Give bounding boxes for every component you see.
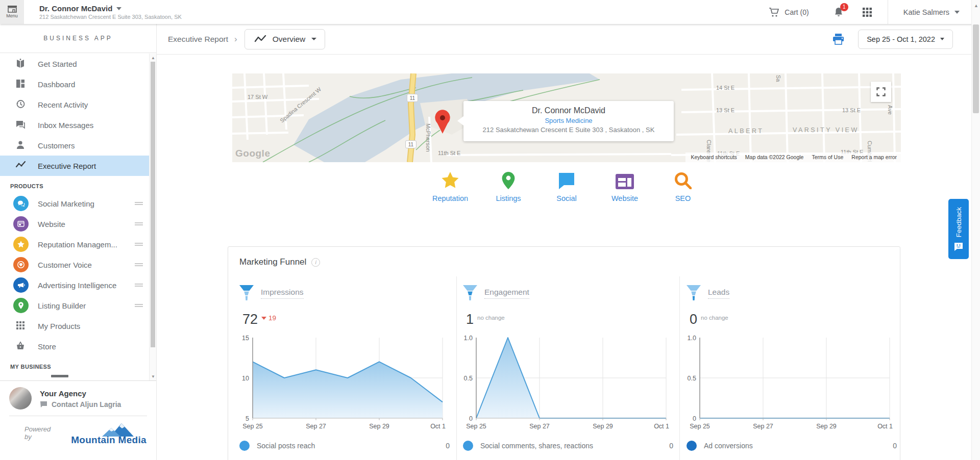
keyboard-shortcuts-link[interactable]: Keyboard shortcuts [691,154,737,160]
agency-brand-logo: Mountain Media [70,421,147,446]
metric-label[interactable]: Engagement [484,288,529,299]
drag-handle[interactable] [135,262,143,267]
drag-handle[interactable] [135,242,143,247]
sidebar-item-my-products[interactable]: My Products [0,316,149,336]
sidebar-item-listing-builder[interactable]: Listing Builder [0,295,149,316]
grid-dots-icon [15,320,27,331]
info-card-business-name: Dr. Connor McDavid [463,106,674,115]
chevron-down-icon [940,38,944,40]
svg-text:Oct 1: Oct 1 [654,423,669,430]
page-scrollbar[interactable]: ▲ [971,0,980,460]
info-icon[interactable]: i [311,258,320,267]
info-card-address: 212 Saskatchewan Crescent E Suite 303 , … [463,126,674,134]
user-menu[interactable]: Katie Salmers [888,8,980,16]
scrollbar-thumb[interactable] [151,62,155,347]
agency-brand-name: Mountain Media [71,435,146,446]
business-selector[interactable]: Dr. Connor McDavid 212 Saskatchewan Cres… [39,4,182,20]
sidebar-item-reputation-management[interactable]: Reputation Managem... [0,234,149,254]
feedback-tab[interactable]: Feedback [948,199,969,259]
apps-grid-icon [862,7,872,17]
chevron-right-icon: › [234,34,237,44]
view-selector-button[interactable]: Overview [244,29,326,49]
svg-text:Sep 29: Sep 29 [369,423,389,430]
book-icon [15,58,27,69]
column-divider [679,276,680,460]
sidebar-item-get-started[interactable]: Get Started [0,54,149,74]
scroll-up-arrow[interactable]: ▲ [150,54,157,61]
terms-of-use-link[interactable]: Terms of Use [812,154,843,160]
scrollbar-thumb[interactable] [973,24,979,113]
sidebar-nav: Get Started Dashboard Recent Activity In… [0,54,149,380]
apps-grid-button[interactable] [862,7,872,17]
fullscreen-button[interactable] [871,82,891,102]
metric-label[interactable]: Impressions [261,288,304,299]
tab-website[interactable]: Website [605,172,645,202]
down-arrow-icon [261,317,266,320]
sidebar-item-customer-voice[interactable]: Customer Voice [0,254,149,275]
svg-text:Oct 1: Oct 1 [877,423,893,430]
google-logo: Google [235,148,270,159]
tab-seo[interactable]: SEO [663,172,703,202]
map-pin-icon [13,298,29,313]
column-divider [456,276,457,460]
basket-icon [15,341,27,352]
sidebar-item-inbox-messages[interactable]: Inbox Messages [0,115,149,135]
contact-agency-link[interactable]: Contact Aljun Lagria [40,400,121,408]
sidebar-item-advertising-intelligence[interactable]: Advertising Intelligence [0,275,149,295]
drag-handle[interactable] [135,283,143,288]
sidebar-item-label: Recent Activity [38,100,88,109]
sidebar-item-website[interactable]: Website [0,214,149,234]
sidebar-item-label: Dashboard [38,80,75,89]
svg-text:Sep 29: Sep 29 [816,423,837,430]
fullscreen-icon [876,87,886,96]
drag-handle[interactable] [135,303,143,308]
megaphone-icon [13,277,29,293]
drag-handle[interactable] [135,201,143,206]
sidebar-item-label: Website [38,220,126,228]
print-button[interactable] [832,33,845,45]
svg-text:10: 10 [242,375,249,382]
chevron-down-icon [311,38,316,40]
metric-change: 19 [261,314,276,322]
tab-social[interactable]: Social [547,172,586,202]
view-label: Overview [273,35,306,44]
agency-avatar [9,387,32,410]
date-range-button[interactable]: Sep 25 - Oct 1, 2022 [858,30,953,49]
social-marketing-icon [13,196,29,211]
sidebar-item-social-marketing[interactable]: Social Marketing [0,193,149,214]
partially-scrolled-item [51,375,68,377]
sidebar-item-label: Customer Voice [38,261,126,269]
map-info-card: Dr. Connor McDavid Sports Medicine 212 S… [463,101,674,141]
report-category-tabs: Reputation Listings Social Website [232,172,901,202]
sidebar-item-dashboard[interactable]: Dashboard [0,74,149,94]
notifications-button[interactable]: 1 [834,7,844,18]
sidebar-item-recent-activity[interactable]: Recent Activity [0,94,149,115]
scroll-up-arrow[interactable]: ▲ [972,2,980,9]
sidebar-scrollbar[interactable]: ▲ ▼ [149,54,156,380]
svg-text:Sep 25: Sep 25 [466,423,486,430]
sidebar-item-executive-report[interactable]: Executive Report [0,156,149,176]
report-map-error-link[interactable]: Report a map error [851,154,897,160]
google-map[interactable]: 17 St WSpadina Crescent WMcPherson11th S… [232,73,901,162]
business-name: Dr. Connor McDavid [39,4,112,13]
info-card-category-link[interactable]: Sports Medicine [463,117,674,124]
my-business-section-label: MY BUSINESS [0,356,149,374]
card-title: Marketing Funnel [239,257,306,267]
products-section-label: PRODUCTS [0,176,149,193]
cart-button[interactable]: Cart (0) [769,7,808,17]
chat-bubble-icon [40,401,47,408]
tab-reputation[interactable]: Reputation [430,172,470,202]
metric-label[interactable]: Leads [708,288,729,299]
funnel-icon [687,285,701,301]
menu-button[interactable]: Menu [0,0,24,24]
metric-change: no change [701,315,728,321]
chat-icon [15,119,27,131]
sidebar-item-customers[interactable]: Customers [0,135,149,156]
sidebar-item-store[interactable]: Store [0,336,149,356]
tab-label: Listings [496,194,521,202]
drag-handle[interactable] [135,221,143,226]
scroll-down-arrow[interactable]: ▼ [150,373,157,380]
tab-listings[interactable]: Listings [488,172,528,202]
svg-text:0.5: 0.5 [464,375,473,382]
breadcrumb[interactable]: Executive Report [168,35,228,44]
